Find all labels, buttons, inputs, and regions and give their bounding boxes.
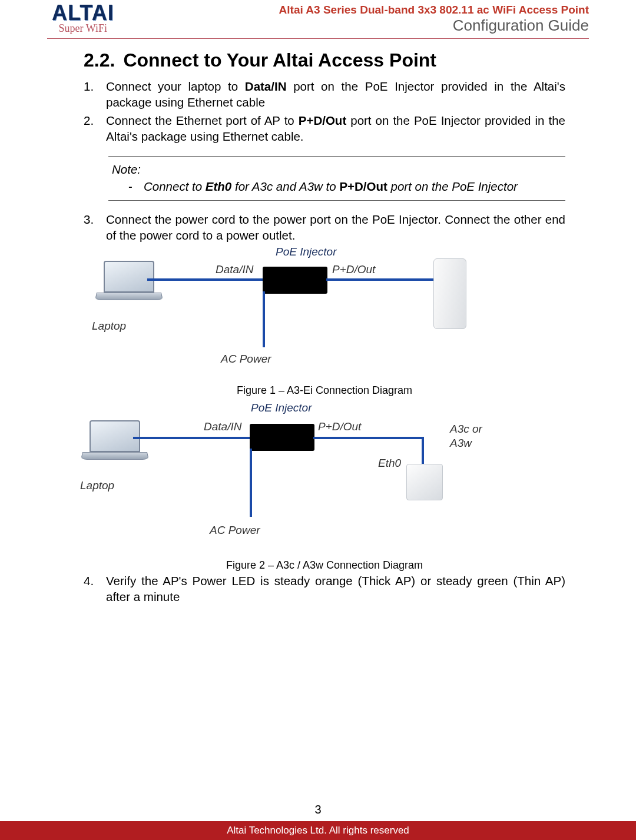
note-text: Connect to Eth0 for A3c and A3w to P+D/O… bbox=[144, 178, 562, 194]
fig2-a3c-label: A3c or bbox=[450, 423, 482, 436]
fig1-poe-label: PoE Injector bbox=[276, 245, 337, 258]
header-doc-title: Configuration Guide bbox=[279, 16, 589, 35]
fig1-pdout-label: P+D/Out bbox=[332, 263, 375, 276]
poe-injector-icon bbox=[263, 267, 327, 294]
poe-injector-icon bbox=[250, 424, 314, 451]
section-number: 2.2. bbox=[84, 49, 115, 71]
footer: Altai Technologies Ltd. All rights reser… bbox=[0, 821, 636, 840]
figure-1-caption: Figure 1 – A3-Ei Connection Diagram bbox=[84, 384, 565, 397]
laptop-icon bbox=[97, 261, 161, 307]
step-3: 3. Connect the power cord to the power p… bbox=[84, 211, 565, 243]
fig2-poe-label: PoE Injector bbox=[251, 401, 312, 414]
fig2-eth0-label: Eth0 bbox=[378, 457, 401, 470]
fig1-laptop-label: Laptop bbox=[92, 320, 126, 333]
fig2-acpower-label: AC Power bbox=[210, 524, 260, 537]
fig1-datain-label: Data/IN bbox=[216, 263, 253, 276]
header: ALTAI Super WiFi Altai A3 Series Dual-ba… bbox=[47, 0, 589, 39]
section-title-text: Connect to Your Altai Access Point bbox=[123, 49, 436, 71]
step-1: 1. Connect your laptop to Data/IN port o… bbox=[84, 78, 565, 110]
logo-tagline: Super WiFi bbox=[59, 22, 107, 35]
figure-1-diagram: PoE Injector Data/IN P+D/Out Laptop AC P… bbox=[88, 249, 565, 382]
fig2-pdout-label: P+D/Out bbox=[318, 420, 361, 433]
fig1-acpower-label: AC Power bbox=[221, 353, 271, 366]
note-box: Note: - Connect to Eth0 for A3c and A3w … bbox=[108, 156, 565, 201]
section-heading: 2.2.Connect to Your Altai Access Point bbox=[84, 49, 565, 71]
figure-2-caption: Figure 2 – A3c / A3w Connection Diagram bbox=[84, 559, 565, 572]
fig2-laptop-label: Laptop bbox=[80, 479, 114, 492]
fig2-a3w-label: A3w bbox=[450, 437, 472, 450]
note-label: Note: bbox=[112, 161, 562, 177]
logo: ALTAI Super WiFi bbox=[52, 2, 114, 35]
step-2: 2. Connect the Ethernet port of AP to P+… bbox=[84, 112, 565, 144]
logo-brand: ALTAI bbox=[52, 2, 114, 24]
page-number: 3 bbox=[0, 803, 636, 816]
laptop-icon bbox=[82, 420, 147, 466]
ap-device-icon bbox=[433, 258, 466, 329]
step-4: 4. Verify the AP's Power LED is steady o… bbox=[84, 573, 565, 605]
fig2-datain-label: Data/IN bbox=[204, 420, 241, 433]
ap-device-icon bbox=[406, 464, 443, 500]
figure-2-diagram: PoE Injector Data/IN P+D/Out Eth0 A3c or… bbox=[88, 403, 565, 557]
header-product-line: Altai A3 Series Dual-band 3x3 802.11 ac … bbox=[279, 4, 589, 16]
